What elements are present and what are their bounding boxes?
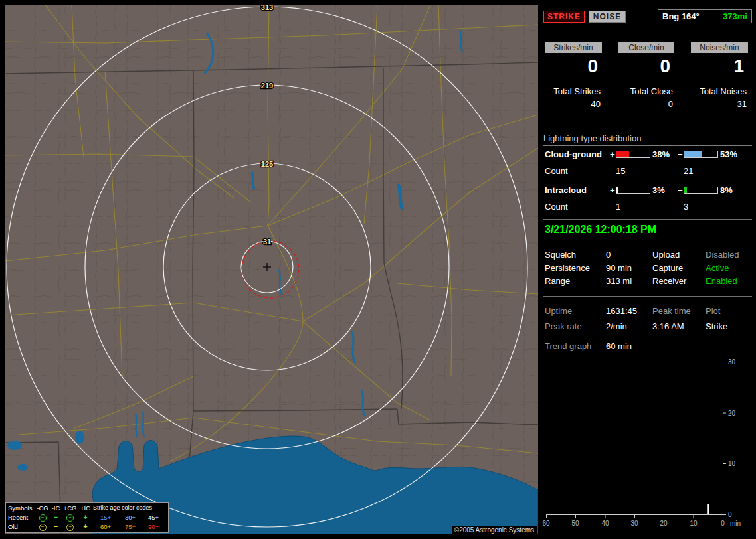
trend-graph-window: 60 min: [606, 341, 632, 351]
cg-count-label: Count: [545, 166, 568, 176]
cg-neg-pct: 53%: [720, 149, 737, 159]
trend-spike-bar: [707, 504, 709, 514]
range-label: Range: [545, 276, 570, 286]
recent-neg-cg-icon: −: [36, 513, 49, 522]
squelch-value: 0: [606, 250, 611, 260]
legend-row-old-label: Old: [8, 523, 36, 530]
trend-tick-labels: 30 20 10 0 60 50 40 30 20 10 0 min: [542, 358, 741, 527]
ic-pos-count: 1: [616, 202, 620, 212]
age-code-90: 90+: [142, 523, 165, 530]
ic-count-label: Count: [545, 202, 568, 212]
close-per-min-button[interactable]: Close/min: [618, 42, 674, 53]
old-pos-ic-icon: +: [78, 523, 93, 530]
distribution-title: Lightning type distribution: [543, 133, 752, 146]
noises-per-min-value: 1: [691, 56, 748, 77]
x-tick-10: 10: [690, 520, 698, 527]
legend-col-pos-cg: +CG: [62, 504, 78, 512]
old-neg-ic-icon: −: [49, 523, 62, 530]
upload-label: Upload: [652, 250, 680, 260]
bearing-distance: 373mi: [723, 11, 747, 21]
legend-age-header: Strike age color codes: [93, 504, 165, 511]
divider: [543, 219, 752, 220]
cg-pos-bar: [616, 151, 650, 158]
upload-status: Disabled: [706, 250, 739, 260]
lightning-detector-app: 313 219 125 31 Symbols -CG -IC +CG +IC S…: [0, 0, 756, 539]
legend-col-neg-ic: -IC: [49, 504, 62, 512]
peak-time-value: 3:16 AM: [652, 321, 684, 331]
cg-neg-count: 21: [684, 166, 693, 176]
old-neg-cg-icon: −: [36, 522, 49, 531]
noises-per-min-button[interactable]: Noises/min: [691, 42, 748, 53]
total-noises-value: 31: [691, 99, 748, 109]
age-code-15: 15+: [93, 514, 118, 521]
total-noises-label: Total Noises: [691, 86, 748, 96]
plot-value: Strike: [706, 321, 727, 331]
x-axis-unit: min: [730, 520, 741, 527]
ic-neg-count: 3: [684, 202, 688, 212]
noise-toggle-button[interactable]: NOISE: [589, 11, 626, 23]
cg-pos-sign: +: [610, 149, 615, 159]
squelch-label: Squelch: [545, 250, 576, 260]
range-value: 313 mi: [606, 276, 632, 286]
trend-graph-label: Trend graph: [545, 341, 591, 351]
legend-col-pos-ic: +IC: [78, 504, 93, 512]
ic-pos-pct: 3%: [652, 185, 665, 195]
cg-pos-count: 15: [616, 166, 625, 176]
ic-neg-bar: [684, 187, 718, 194]
recent-neg-ic-icon: −: [49, 514, 62, 521]
cg-neg-bar: [684, 151, 718, 158]
peak-time-label: Peak time: [652, 306, 691, 316]
y-tick-0: 0: [728, 511, 732, 518]
age-code-75: 75+: [118, 523, 142, 530]
cg-neg-sign: −: [678, 149, 683, 159]
strike-toggle-button[interactable]: STRIKE: [543, 11, 585, 23]
total-strikes-label: Total Strikes: [545, 86, 602, 96]
trend-graph: 30 20 10 0 60 50 40 30 20 10 0 min: [543, 355, 756, 536]
persistence-value: 90 min: [606, 263, 632, 273]
total-close-value: 0: [618, 99, 674, 109]
x-tick-0: 0: [721, 520, 725, 527]
peak-rate-value: 2/min: [606, 321, 627, 331]
x-tick-20: 20: [660, 520, 668, 527]
strikes-per-min-button[interactable]: Strikes/min: [545, 42, 602, 53]
ic-neg-pct: 8%: [720, 185, 733, 195]
capture-status: Active: [706, 263, 729, 273]
total-close-label: Total Close: [618, 86, 674, 96]
bearing-value: Bng 164°: [662, 11, 700, 21]
recent-pos-ic-icon: +: [78, 514, 93, 521]
copyright-notice: ©2005 Astrogenic Systems: [452, 526, 537, 534]
capture-label: Capture: [652, 263, 683, 273]
divider: [543, 296, 752, 297]
y-tick-10: 10: [728, 460, 736, 467]
plot-label: Plot: [706, 306, 720, 316]
intracloud-label: Intracloud: [545, 185, 587, 195]
close-per-min-value: 0: [618, 56, 674, 77]
x-tick-60: 60: [542, 520, 550, 527]
ic-neg-sign: −: [678, 185, 683, 195]
x-tick-50: 50: [571, 520, 579, 527]
divider: [543, 242, 752, 242]
peak-rate-label: Peak rate: [545, 321, 582, 331]
age-code-30: 30+: [118, 514, 142, 521]
range-label-31: 31: [263, 238, 271, 246]
range-label-219: 219: [261, 82, 273, 90]
y-tick-20: 20: [728, 410, 736, 417]
x-tick-40: 40: [601, 520, 609, 527]
uptime-value: 1631:45: [606, 306, 637, 316]
lightning-map[interactable]: 313 219 125 31 Symbols -CG -IC +CG +IC S…: [5, 5, 538, 534]
range-label-125: 125: [261, 160, 273, 168]
x-tick-30: 30: [630, 520, 638, 527]
bearing-readout: Bng 164° 373mi: [658, 9, 752, 23]
total-strikes-value: 40: [545, 99, 602, 109]
ic-pos-sign: +: [610, 185, 615, 195]
uptime-label: Uptime: [545, 306, 572, 316]
status-panel: STRIKE NOISE Bng 164° 373mi Strikes/min …: [543, 0, 756, 539]
trend-axes: [546, 362, 726, 518]
legend-row-recent-label: Recent: [8, 514, 36, 521]
age-code-45: 45+: [142, 514, 165, 521]
cloud-ground-label: Cloud-ground: [545, 149, 602, 159]
old-pos-cg-icon: +: [62, 522, 78, 531]
map-canvas: 313 219 125 31: [5, 5, 538, 534]
y-tick-30: 30: [728, 358, 736, 366]
range-label-313: 313: [261, 5, 273, 11]
